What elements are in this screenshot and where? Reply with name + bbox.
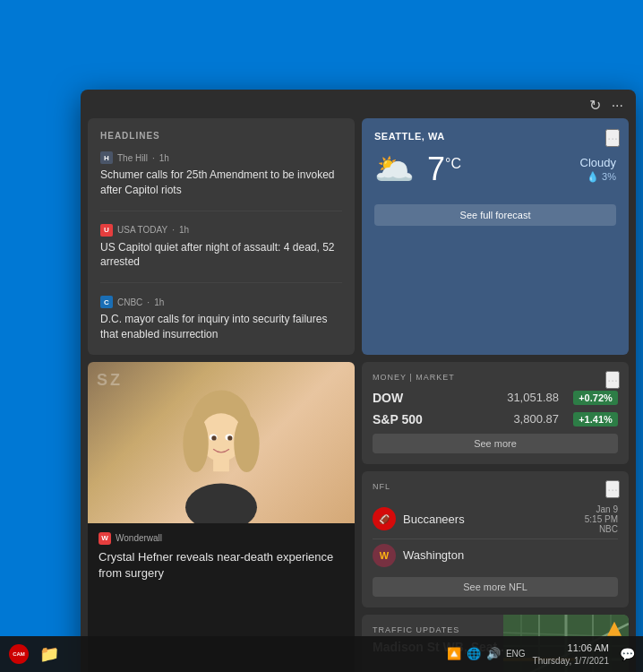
team-name-wash: Washington bbox=[403, 548, 618, 562]
svg-point-4 bbox=[185, 483, 257, 522]
photo-news-card[interactable]: S Z bbox=[88, 362, 355, 672]
market-more-button[interactable]: ··· bbox=[605, 371, 620, 389]
panel-more-button[interactable]: ··· bbox=[612, 99, 623, 113]
taskbar-clock[interactable]: 11:06 AM Thursday, 1/7/2021 bbox=[533, 642, 609, 666]
source-icon-usa: U bbox=[100, 224, 113, 237]
svg-point-3 bbox=[234, 415, 259, 472]
source-time-sep-3: · bbox=[147, 297, 150, 307]
photo-source: W Wonderwall bbox=[99, 532, 344, 545]
weather-more-button[interactable]: ··· bbox=[605, 129, 620, 147]
nfl-more-button[interactable]: ··· bbox=[605, 480, 620, 498]
nfl-card: NFL ··· 🏈 Buccaneers Jan 9 5:15 PM NBC W bbox=[362, 471, 629, 607]
panel-content: HEADLINES H The Hill · 1h Schumer calls … bbox=[81, 118, 636, 672]
svg-point-8 bbox=[211, 435, 216, 440]
cam-label: CAM bbox=[13, 651, 25, 657]
headlines-card: HEADLINES H The Hill · 1h Schumer calls … bbox=[88, 118, 355, 355]
photo-caption: W Wonderwall Crystal Hefner reveals near… bbox=[88, 523, 355, 592]
weather-main: 🌥️ 7°C Cloudy 💧 3% bbox=[374, 151, 616, 188]
folder-emoji: 📁 bbox=[39, 644, 59, 664]
game-info: Jan 9 5:15 PM NBC bbox=[585, 504, 618, 534]
photo-headline: Crystal Hefner reveals near-death experi… bbox=[99, 549, 344, 582]
news-source-2: U USA TODAY · 1h bbox=[100, 224, 342, 237]
nfl-label: NFL bbox=[373, 482, 618, 491]
taskbar: CAM 📁 🔼 🌐 🔊 ENG 11:06 AM Thursday, 1/7/2… bbox=[0, 636, 643, 672]
news-panel: ↻ ··· HEADLINES H The Hill · 1h Schumer … bbox=[81, 90, 636, 672]
news-headline-2: US Capitol quiet after night of assault:… bbox=[100, 240, 342, 271]
market-card: MONEY | MARKET ··· DOW 31,051.88 +0.72% … bbox=[362, 362, 629, 464]
weather-temperature: 7°C bbox=[427, 151, 461, 187]
svg-point-9 bbox=[227, 435, 232, 440]
news-item-1[interactable]: H The Hill · 1h Schumer calls for 25th A… bbox=[100, 151, 342, 211]
tray-lang: ENG bbox=[506, 649, 526, 659]
market-row-sp500: S&P 500 3,800.87 +1.41% bbox=[373, 412, 618, 426]
photo-source-name: Wonderwall bbox=[116, 533, 162, 543]
photo-overlay-text: S Z bbox=[97, 371, 119, 390]
source-name-1: The Hill bbox=[117, 153, 148, 163]
source-time-val-2: 1h bbox=[179, 225, 189, 235]
news-source-1: H The Hill · 1h bbox=[100, 151, 342, 164]
refresh-button[interactable]: ↻ bbox=[589, 99, 601, 113]
headlines-label: HEADLINES bbox=[100, 131, 342, 141]
market-change-sp500: +1.41% bbox=[573, 412, 618, 426]
source-name-2: USA TODAY bbox=[117, 225, 167, 235]
source-icon-hill: H bbox=[100, 151, 113, 164]
game-time: 5:15 PM bbox=[585, 514, 618, 524]
forecast-button[interactable]: See full forecast bbox=[374, 204, 616, 226]
weather-location: SEATTLE, WA bbox=[374, 131, 616, 142]
clock-time: 11:06 AM bbox=[533, 642, 609, 654]
weather-status: Cloudy bbox=[474, 156, 616, 169]
weather-icon: 🌥️ bbox=[374, 151, 415, 188]
nfl-see-more-button[interactable]: See more NFL bbox=[373, 577, 618, 597]
desktop: ↻ ··· HEADLINES H The Hill · 1h Schumer … bbox=[0, 0, 643, 672]
source-name-3: CNBC bbox=[117, 297, 142, 307]
taskbar-left: CAM 📁 bbox=[5, 641, 443, 668]
market-change-dow: +0.72% bbox=[573, 391, 618, 405]
news-headline-1: Schumer calls for 25th Amendment to be i… bbox=[100, 168, 342, 198]
svg-point-2 bbox=[183, 415, 208, 472]
taskbar-right: 🔼 🌐 🔊 ENG 11:06 AM Thursday, 1/7/2021 💬 bbox=[447, 642, 638, 666]
clock-date: Thursday, 1/7/2021 bbox=[533, 655, 609, 667]
weather-precip: 💧 3% bbox=[474, 171, 616, 183]
panel-topbar: ↻ ··· bbox=[81, 90, 636, 118]
game-date: Jan 9 bbox=[585, 504, 618, 514]
nfl-team-row-1: 🏈 Buccaneers Jan 9 5:15 PM NBC bbox=[373, 500, 618, 538]
temp-value: 7 bbox=[427, 151, 445, 187]
tray-volume-icon: 🔊 bbox=[486, 647, 501, 660]
right-column: MONEY | MARKET ··· DOW 31,051.88 +0.72% … bbox=[362, 362, 629, 672]
game-network: NBC bbox=[585, 524, 618, 534]
news-item-2[interactable]: U USA TODAY · 1h US Capitol quiet after … bbox=[100, 224, 342, 284]
market-value-sp500: 3,800.87 bbox=[513, 412, 559, 426]
precip-value: 3% bbox=[602, 171, 616, 182]
taskbar-cam-icon[interactable]: CAM bbox=[5, 641, 32, 668]
svg-rect-5 bbox=[213, 455, 229, 471]
temp-unit: °C bbox=[445, 156, 461, 171]
photo-background: S Z bbox=[88, 362, 355, 523]
tray-network-icon: 🔼 bbox=[447, 647, 461, 660]
team-name-bucs: Buccaneers bbox=[403, 513, 578, 526]
nfl-team-row-2: W Washington bbox=[373, 539, 618, 572]
market-value-dow: 31,051.88 bbox=[507, 391, 559, 404]
source-time-val-1: 1h bbox=[159, 153, 169, 163]
weather-temp-wrap: 7°C bbox=[427, 151, 461, 188]
weather-description: Cloudy 💧 3% bbox=[474, 156, 616, 183]
market-name-sp500: S&P 500 bbox=[373, 412, 506, 426]
market-label: MONEY | MARKET bbox=[373, 373, 618, 382]
photo-person-svg bbox=[167, 380, 275, 523]
source-time-val-3: 1h bbox=[154, 297, 164, 307]
notification-button[interactable]: 💬 bbox=[616, 643, 638, 665]
taskbar-folder-icon[interactable]: 📁 bbox=[36, 641, 63, 668]
market-row-dow: DOW 31,051.88 +0.72% bbox=[373, 391, 618, 405]
system-tray: 🔼 🌐 🔊 ENG bbox=[447, 647, 526, 660]
team-logo-wash: W bbox=[373, 544, 396, 567]
source-icon-cnbc: C bbox=[100, 296, 113, 308]
cam-badge: CAM bbox=[9, 644, 29, 664]
weather-card: SEATTLE, WA ··· 🌥️ 7°C Cloudy 💧 3% See f… bbox=[362, 118, 629, 355]
source-icon-ww: W bbox=[99, 532, 111, 545]
news-source-3: C CNBC · 1h bbox=[100, 296, 342, 308]
news-item-3[interactable]: C CNBC · 1h D.C. mayor calls for inquiry… bbox=[100, 296, 342, 342]
source-time-1: · bbox=[152, 153, 155, 163]
market-name-dow: DOW bbox=[373, 391, 500, 405]
market-see-more-button[interactable]: See more bbox=[373, 434, 618, 453]
tray-wifi-icon: 🌐 bbox=[467, 647, 481, 660]
team-logo-bucs: 🏈 bbox=[373, 507, 396, 530]
